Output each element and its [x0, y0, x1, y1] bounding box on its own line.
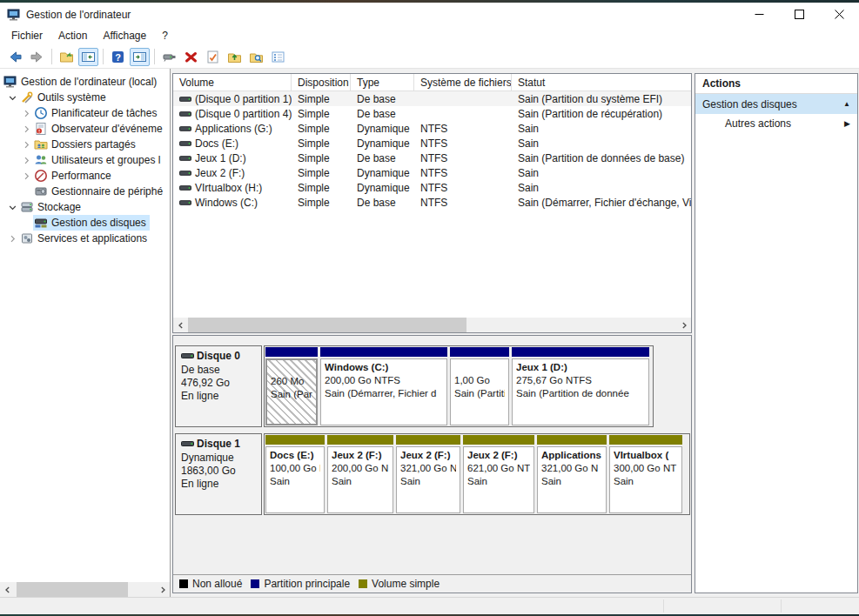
help-button[interactable]	[108, 48, 128, 66]
mark-active-button[interactable]	[203, 48, 223, 66]
tree-item-inner[interactable]: Dossiers partagés	[33, 137, 139, 152]
volume-row[interactable]: VIrtualbox (H:)SimpleDynamiqueNTFSSain	[173, 180, 691, 195]
properties-button[interactable]	[268, 48, 288, 66]
column-header-disposition[interactable]: Disposition	[292, 74, 351, 90]
actions-item-more-actions[interactable]: Autres actions ▶	[695, 114, 857, 133]
tree-item-inner[interactable]: Outils système	[19, 90, 110, 105]
tree-item-inner[interactable]: Gestion des disques	[33, 215, 150, 231]
scroll-left-button[interactable]	[0, 582, 15, 597]
extend-button[interactable]	[225, 48, 245, 66]
scrollbar-track[interactable]	[15, 582, 155, 597]
scroll-right-button[interactable]	[155, 582, 170, 597]
expander-expanded-icon[interactable]	[5, 90, 19, 104]
navigate-forward-button[interactable]	[27, 48, 47, 66]
minimize-button[interactable]	[739, 3, 779, 26]
sidebar-item-utilisateurs-et-groupes-l[interactable]: Utilisateurs et groupes l	[0, 152, 170, 168]
sidebar-item-gestionnaire-de-p-riph[interactable]: Gestionnaire de périphé	[0, 184, 170, 199]
expander-collapsed-icon[interactable]	[19, 137, 33, 151]
partition[interactable]: VIrtualbox (300,00 Go NTSain	[609, 435, 682, 513]
expander-collapsed-icon[interactable]	[19, 122, 33, 136]
partition[interactable]: Jeux 2 (F:)621,00 Go NTSain	[463, 435, 534, 513]
tree-item-inner[interactable]: Utilisateurs et groupes l	[33, 152, 164, 168]
up-level-button[interactable]	[57, 48, 77, 66]
partition[interactable]: Applications321,00 Go NSain	[537, 435, 607, 513]
title-bar[interactable]: Gestion de l'ordinateur	[0, 3, 859, 26]
tree-item-inner[interactable]: Stockage	[19, 199, 84, 215]
volume-row[interactable]: Docs (E:)SimpleDynamiqueNTFSSain	[173, 136, 691, 151]
expander-collapsed-icon[interactable]	[5, 231, 19, 245]
expander-collapsed-icon[interactable]	[19, 169, 33, 183]
sidebar-horizontal-scrollbar[interactable]	[0, 582, 170, 597]
close-button[interactable]	[819, 3, 859, 26]
sidebar-item-gestion-de-l-ordinateur-local[interactable]: Gestion de l'ordinateur (local)	[0, 74, 170, 90]
show-console-tree-toggle[interactable]	[78, 48, 98, 66]
column-header-type[interactable]: Type	[351, 74, 414, 90]
scroll-left-button[interactable]	[173, 318, 188, 332]
scrollbar-track[interactable]	[188, 318, 676, 332]
menu-item-affichage[interactable]: Affichage	[95, 28, 154, 44]
partition-body[interactable]: 1,00 GoSain (Partitio	[450, 358, 509, 425]
disk-info-panel[interactable]: Disque 0De base476,92 GoEn ligne	[175, 345, 262, 427]
column-header-volume[interactable]: Volume	[173, 74, 292, 90]
menu-item-fichier[interactable]: Fichier	[3, 28, 50, 44]
partition[interactable]: 1,00 GoSain (Partitio	[450, 347, 509, 425]
sidebar-item-stockage[interactable]: Stockage	[0, 199, 170, 215]
sidebar-item-services-et-applications[interactable]: Services et applications	[0, 231, 170, 246]
partition[interactable]: Windows (C:)200,00 Go NTFSSain (Démarrer…	[320, 347, 447, 425]
tree-item-inner[interactable]: Performance	[33, 168, 115, 184]
attach-vhd-button[interactable]	[159, 48, 179, 66]
tree-item-inner[interactable]: Observateur d'événeme	[33, 121, 166, 137]
partition-body[interactable]: 260 MoSain (Part	[265, 358, 318, 425]
explore-button[interactable]	[246, 48, 266, 66]
partition-body[interactable]: Docs (E:)100,00 Go NSain	[265, 446, 325, 513]
volume-row[interactable]: (Disque 0 partition 4)SimpleDe baseSain …	[173, 106, 691, 121]
navigate-back-button[interactable]	[5, 48, 25, 66]
delete-button[interactable]	[181, 48, 201, 66]
show-action-pane-toggle[interactable]	[130, 48, 150, 66]
partition[interactable]: 260 MoSain (Part	[265, 347, 318, 425]
expander-collapsed-icon[interactable]	[19, 106, 33, 120]
column-header-statut[interactable]: Statut	[512, 74, 692, 90]
tree-item-inner[interactable]: Gestionnaire de périphé	[33, 184, 166, 199]
sidebar-item-planificateur-de-t-ches[interactable]: Planificateur de tâches	[0, 105, 170, 121]
sidebar-item-dossiers-partag-s[interactable]: Dossiers partagés	[0, 137, 170, 152]
menu-item-action[interactable]: Action	[50, 28, 95, 44]
expander-collapsed-icon[interactable]	[19, 153, 33, 167]
volume-row[interactable]: Jeux 1 (D:)SimpleDe baseNTFSSain (Partit…	[173, 151, 691, 165]
tree-item-inner[interactable]: Planificateur de tâches	[33, 105, 160, 121]
partition[interactable]: Jeux 2 (F:)321,00 Go NSain	[396, 435, 460, 513]
scrollbar-thumb[interactable]	[17, 582, 128, 597]
actions-group-disk-management[interactable]: Gestion des disques ▲	[695, 94, 857, 114]
partition-body[interactable]: Jeux 2 (F:)621,00 Go NTSain	[463, 446, 534, 513]
partition-body[interactable]: Jeux 2 (F:)200,00 Go NSain	[327, 446, 393, 513]
menu-item-?[interactable]: ?	[154, 28, 176, 44]
disk-info-panel[interactable]: Disque 1Dynamique1863,00 GoEn ligne	[175, 433, 262, 515]
expander-expanded-icon[interactable]	[5, 200, 19, 214]
partition-body[interactable]: Applications321,00 Go NSain	[537, 446, 607, 513]
sidebar-item-outils-syst-me[interactable]: Outils système	[0, 90, 170, 105]
volume-row[interactable]: Windows (C:)SimpleDe baseNTFSSain (Démar…	[173, 195, 691, 210]
partition-body[interactable]: Jeux 2 (F:)321,00 Go NSain	[396, 446, 460, 513]
tree-item-inner[interactable]: Gestion de l'ordinateur (local)	[3, 74, 160, 90]
sidebar-item-performance[interactable]: Performance	[0, 168, 170, 184]
disk-status: En ligne	[181, 478, 259, 491]
scrollbar-thumb[interactable]	[188, 318, 466, 332]
collapse-arrow-icon[interactable]: ▲	[843, 100, 850, 108]
partition[interactable]: Jeux 1 (D:)275,67 Go NTFSSain (Partition…	[512, 347, 649, 425]
column-header-syst-me-de-fichiers[interactable]: Système de fichiers	[414, 74, 512, 90]
sidebar-item-gestion-des-disques[interactable]: Gestion des disques	[0, 215, 170, 231]
volume-row[interactable]: Jeux 2 (F:)SimpleDynamiqueNTFSSain	[173, 165, 691, 180]
maximize-button[interactable]	[779, 3, 819, 26]
partition-body[interactable]: Jeux 1 (D:)275,67 Go NTFSSain (Partition…	[512, 358, 649, 425]
partition[interactable]: Docs (E:)100,00 Go NSain	[265, 435, 325, 513]
volume-list-horizontal-scrollbar[interactable]	[173, 318, 691, 332]
sidebar-item-observateur-d-v-neme[interactable]: Observateur d'événeme	[0, 121, 170, 137]
chevron-left-icon	[178, 322, 185, 329]
tree-item-inner[interactable]: Services et applications	[19, 231, 151, 246]
partition-body[interactable]: VIrtualbox (300,00 Go NTSain	[609, 446, 682, 513]
volume-row[interactable]: Applications (G:)SimpleDynamiqueNTFSSain	[173, 121, 691, 136]
scroll-right-button[interactable]	[676, 318, 691, 332]
volume-row[interactable]: (Disque 0 partition 1)SimpleDe baseSain …	[173, 91, 691, 106]
partition-body[interactable]: Windows (C:)200,00 Go NTFSSain (Démarrer…	[320, 358, 447, 425]
partition[interactable]: Jeux 2 (F:)200,00 Go NSain	[327, 435, 393, 513]
